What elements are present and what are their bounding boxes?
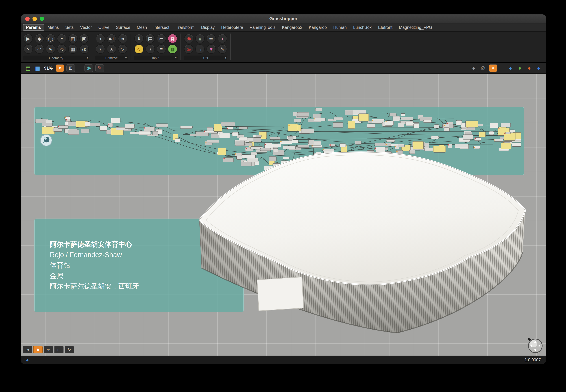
version-label: 1.0.0007 <box>524 358 541 362</box>
widget-compass-button[interactable]: ◆ <box>33 346 43 353</box>
preview-off-button[interactable]: ∅ <box>479 64 487 71</box>
preview-mesh-button[interactable]: ● <box>470 64 477 71</box>
widget-toolbar: -x◆∿□↻ <box>23 346 74 353</box>
menu-tab-curve[interactable]: Curve <box>95 24 112 31</box>
toolbar-group-primitive: ◑0.1≈7A▽Primitive▾ <box>95 34 131 60</box>
cluster-icon[interactable]: ◗ <box>218 34 227 43</box>
node-graph <box>35 107 524 175</box>
menu-tab-magnetizing_fpg[interactable]: Magnetizing_FPG <box>396 24 435 31</box>
component-toolbar: ▶◆◯◓▨▣×◠∿◇▦◍Geometry▾◑0.1≈7A▽Primitive▾⇓… <box>21 32 546 63</box>
menu-tab-params[interactable]: Params <box>23 24 44 31</box>
project-architect: Rojo / Fernandez-Shaw <box>50 250 243 260</box>
navigation-ball[interactable] <box>526 337 543 353</box>
gradient-icon[interactable]: ▦ <box>168 34 177 43</box>
group-label-geometry: Geometry <box>49 56 63 60</box>
group-label-bar: Input▾ <box>134 56 178 60</box>
group-label-input: Input <box>152 56 159 60</box>
toggle-green-button[interactable]: ● <box>516 64 523 71</box>
preview-shaded-button[interactable]: ● <box>489 64 497 72</box>
arc-param-icon[interactable]: ◠ <box>35 44 44 54</box>
boolean-param-icon[interactable]: ◑ <box>96 34 105 43</box>
menu-tab-maths[interactable]: Maths <box>45 24 62 31</box>
widget-profiler-button[interactable]: -x <box>23 346 32 353</box>
widget-panel-button[interactable]: □ <box>54 346 63 353</box>
project-material: 金属 <box>50 270 243 281</box>
menu-tab-vector[interactable]: Vector <box>77 24 95 31</box>
galapagos-icon[interactable]: ▼ <box>207 44 216 54</box>
toggle-orange-button[interactable]: ● <box>526 64 533 71</box>
integer-param-icon[interactable]: 7 <box>96 44 105 54</box>
menu-tab-kangaroo2[interactable]: Kangaroo2 <box>279 24 305 31</box>
box-param-icon[interactable]: ▣ <box>79 34 89 43</box>
cherry-picker-icon[interactable]: ◉ <box>184 44 194 54</box>
status-info-icon[interactable]: ● <box>26 357 29 363</box>
preview-quality-button[interactable]: ◉ <box>85 64 93 72</box>
scribble-icon[interactable]: ✎ <box>218 44 227 54</box>
circle-param-icon[interactable]: ◯ <box>46 34 55 43</box>
mesh-param-icon[interactable]: ▦ <box>68 44 78 54</box>
data-dam-icon[interactable]: ◉ <box>184 34 194 43</box>
menu-tab-mesh[interactable]: Mesh <box>134 24 150 31</box>
canvas-toolbar-left: ▤▣91%▾⊞◉✎ <box>25 64 104 72</box>
menu-tab-panelingtools[interactable]: PanelingTools <box>247 24 278 31</box>
project-type: 体育馆 <box>50 260 243 270</box>
definition-canvas[interactable]: 阿尔卡萨德圣胡安体育中心 Rojo / Fernandez-Shaw 体育馆 金… <box>21 74 546 356</box>
canvas-toolbar: ▤▣91%▾⊞◉✎ ●∅●●●●● <box>21 63 546 74</box>
menu-tab-sets[interactable]: Sets <box>62 24 76 31</box>
menu-tab-display[interactable]: Display <box>198 24 218 31</box>
building-door <box>257 277 304 311</box>
save-document-button[interactable]: ▣ <box>34 64 41 71</box>
node-group-panel[interactable] <box>34 107 524 175</box>
graph-mapper-icon[interactable]: ∿ <box>134 44 144 54</box>
zoom-dropdown-button[interactable]: ▾ <box>56 64 64 72</box>
jump-icon[interactable]: → <box>195 44 205 54</box>
cancel-param-icon[interactable]: × <box>23 44 33 54</box>
number-slider-icon[interactable]: ▭ <box>157 34 166 43</box>
surface-param-icon[interactable]: ◇ <box>57 44 66 54</box>
building-facade <box>199 210 525 333</box>
number-param-icon[interactable]: 0.1 <box>107 34 116 43</box>
grasshopper-window: Grasshopper ParamsMathsSetsVectorCurveSu… <box>21 14 546 364</box>
group-badge-icon[interactable] <box>40 134 53 147</box>
widget-revision-button[interactable]: ↻ <box>65 346 74 353</box>
subd-param-icon[interactable]: ◍ <box>79 44 89 54</box>
zoom-extents-button[interactable]: ⊞ <box>66 64 75 72</box>
widget-fancy-wires-button[interactable]: ∿ <box>44 346 53 353</box>
group-expand-icon[interactable]: ▾ <box>87 56 88 59</box>
text-param-icon[interactable]: A <box>107 44 116 54</box>
new-document-button[interactable]: ▤ <box>25 64 32 71</box>
relay-icon[interactable]: ⇒ <box>207 34 216 43</box>
info-group-panel[interactable]: 阿尔卡萨德圣胡安体育中心 Rojo / Fernandez-Shaw 体育馆 金… <box>34 219 244 312</box>
knob-icon[interactable]: ◔ <box>146 44 155 54</box>
menu-tab-intersect[interactable]: Intersect <box>150 24 172 31</box>
curve-param-icon[interactable]: ∿ <box>46 44 55 54</box>
ellipse-param-icon[interactable]: ◓ <box>57 34 66 43</box>
mesh-face-icon[interactable]: ▽ <box>118 44 127 54</box>
group-expand-icon[interactable]: ▾ <box>175 56 177 59</box>
geometry-param-icon[interactable]: ◆ <box>35 34 44 43</box>
value-list-icon[interactable]: ▤ <box>146 34 155 43</box>
menu-tab-lunchbox[interactable]: LunchBox <box>350 24 374 31</box>
data-path-icon[interactable]: ≈ <box>118 34 127 43</box>
menu-tab-kangaroo[interactable]: Kangaroo <box>306 24 330 31</box>
toggle-indigo-button[interactable]: ● <box>535 64 542 71</box>
toggle-blue-button[interactable]: ● <box>507 64 514 71</box>
group-label-bar: Geometry▾ <box>23 56 89 60</box>
colour-swatch-icon[interactable]: ▦ <box>168 44 177 54</box>
menu-tab-transform[interactable]: Transform <box>173 24 197 31</box>
group-label-bar: Util▾ <box>184 56 227 60</box>
group-expand-icon[interactable]: ▾ <box>225 56 226 59</box>
status-bar: ● 1.0.0007 <box>21 356 546 364</box>
menu-tab-heteroptera[interactable]: Heteroptera <box>218 24 246 31</box>
titlebar[interactable]: Grasshopper <box>21 14 546 23</box>
import-geometry-icon[interactable]: ⇓ <box>134 34 144 43</box>
menu-tab-human[interactable]: Human <box>330 24 350 31</box>
menu-tab-surface[interactable]: Surface <box>113 24 133 31</box>
menu-tab-elefront[interactable]: Elefront <box>375 24 395 31</box>
panel-icon[interactable]: ≡ <box>157 44 166 54</box>
canvas-paint-button[interactable]: ✎ <box>95 64 104 72</box>
tree-param-icon[interactable]: ♣ <box>195 34 205 43</box>
group-expand-icon[interactable]: ▾ <box>125 56 127 59</box>
hatch-param-icon[interactable]: ▨ <box>68 34 78 43</box>
select-arrow-icon[interactable]: ▶ <box>23 34 33 43</box>
